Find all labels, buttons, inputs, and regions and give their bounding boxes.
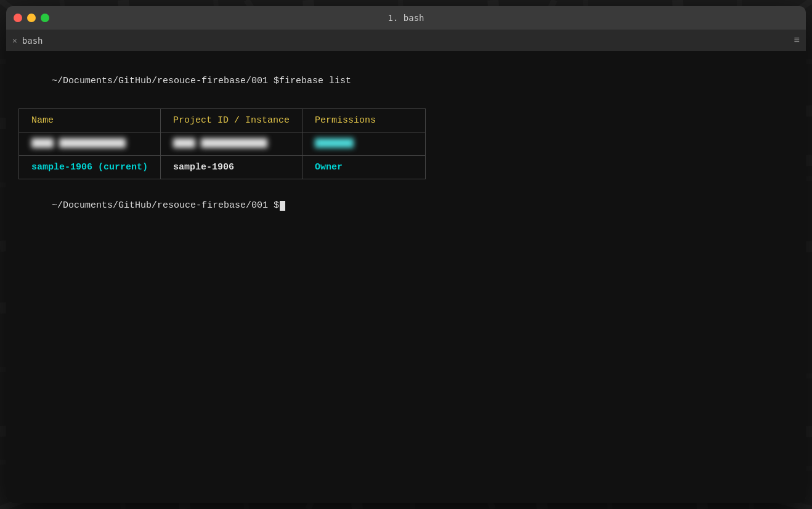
table-cell-project-current: sample-1906 bbox=[161, 155, 302, 179]
table-cell-name-blurred: ████ ████████████ bbox=[19, 132, 161, 155]
terminal-window: 1. bash ✕ bash ≡ ~/Documents/GitHub/reso… bbox=[6, 6, 806, 503]
command-text-1: firebase list bbox=[279, 76, 351, 86]
close-button[interactable] bbox=[14, 14, 22, 22]
tab-close-icon[interactable]: ✕ bbox=[12, 36, 17, 46]
table-row: ████ ████████████ ████ ████████████ ████… bbox=[19, 132, 426, 155]
col-header-project-id: Project ID / Instance bbox=[161, 108, 302, 132]
col-header-permissions: Permissions bbox=[302, 108, 426, 132]
prompt-path-1: ~/Documents/GitHub/resouce-firebase/001 … bbox=[52, 76, 279, 86]
cursor bbox=[280, 201, 285, 211]
table-cell-name-current: sample-1906 (current) bbox=[19, 155, 161, 179]
blurred-permissions: ███████ bbox=[315, 139, 354, 149]
maximize-button[interactable] bbox=[41, 14, 49, 22]
table-cell-permissions-blurred: ███████ bbox=[302, 132, 426, 155]
tab-label[interactable]: bash bbox=[22, 36, 43, 46]
prompt-path-2: ~/Documents/GitHub/resouce-firebase/001 … bbox=[52, 200, 279, 211]
table-cell-permissions-current: Owner bbox=[302, 155, 426, 179]
firebase-list-table: Name Project ID / Instance Permissions █… bbox=[18, 108, 426, 179]
window-title: 1. bash bbox=[388, 13, 424, 23]
col-header-name: Name bbox=[19, 108, 161, 132]
command-line-2: ~/Documents/GitHub/resouce-firebase/001 … bbox=[18, 185, 794, 227]
terminal-body[interactable]: ~/Documents/GitHub/resouce-firebase/001 … bbox=[6, 52, 806, 503]
title-bar: 1. bash bbox=[6, 6, 806, 30]
table-cell-project-blurred: ████ ████████████ bbox=[161, 132, 302, 155]
blurred-project: ████ ████████████ bbox=[173, 139, 267, 149]
minimize-button[interactable] bbox=[27, 14, 36, 22]
command-line-1: ~/Documents/GitHub/resouce-firebase/001 … bbox=[18, 60, 794, 102]
table-header-row: Name Project ID / Instance Permissions bbox=[19, 108, 426, 132]
table-row-current: sample-1906 (current) sample-1906 Owner bbox=[19, 155, 426, 179]
tab-bar: ✕ bash ≡ bbox=[6, 30, 806, 52]
blurred-name: ████ ████████████ bbox=[31, 139, 126, 149]
window-controls bbox=[14, 14, 49, 22]
tab-menu-icon[interactable]: ≡ bbox=[794, 35, 800, 46]
